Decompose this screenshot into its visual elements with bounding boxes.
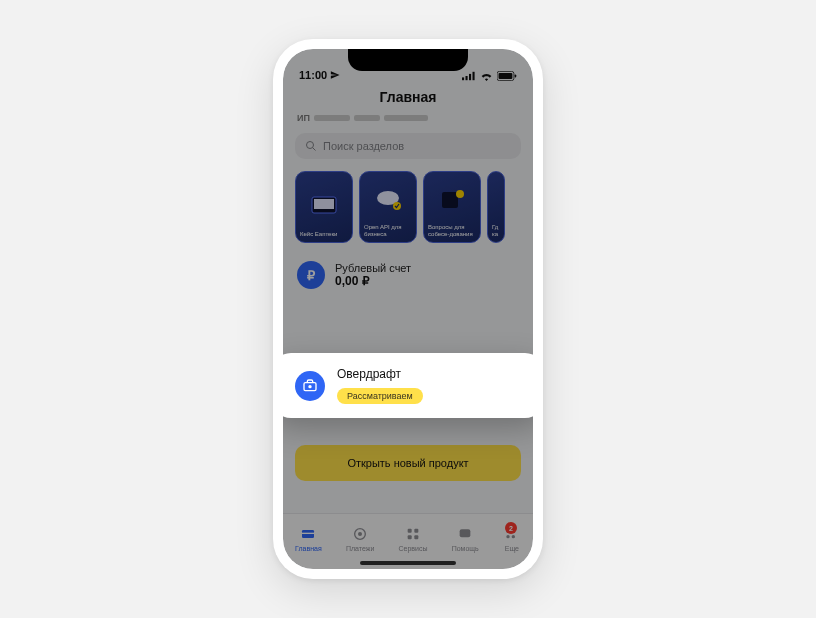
search-placeholder: Поиск разделов — [323, 140, 404, 152]
location-icon — [330, 70, 340, 80]
tab-label: Сервисы — [398, 545, 427, 552]
account-name: Рублевый счет — [335, 262, 411, 274]
svg-point-7 — [307, 142, 314, 149]
page-title: Главная — [283, 83, 533, 113]
merchant-line: ИП — [283, 113, 533, 133]
story-label: Вопросы для собесе-дования — [428, 224, 476, 238]
cta-label: Открыть новый продукт — [347, 457, 468, 469]
svg-point-16 — [308, 385, 311, 388]
ruble-icon: ₽ — [297, 261, 325, 289]
svg-line-8 — [313, 148, 316, 151]
story-card[interactable]: Гд ка — [487, 171, 505, 243]
tab-label: Еще — [505, 545, 519, 552]
svg-rect-21 — [408, 529, 412, 533]
tab-services[interactable]: Сервисы — [398, 525, 427, 552]
tab-label: Главная — [295, 545, 322, 552]
overdraft-title: Овердрафт — [337, 367, 423, 381]
tab-more[interactable]: 2 Еще — [503, 525, 521, 552]
services-icon — [404, 525, 422, 543]
overdraft-card[interactable]: Овердрафт Рассматриваем — [283, 353, 533, 418]
open-product-button[interactable]: Открыть новый продукт — [295, 445, 521, 481]
svg-rect-5 — [499, 73, 513, 79]
svg-rect-22 — [414, 529, 418, 533]
status-time: 11:00 — [299, 69, 327, 81]
svg-rect-13 — [442, 192, 458, 208]
svg-rect-6 — [515, 74, 517, 77]
svg-point-20 — [358, 532, 362, 536]
notch — [348, 49, 468, 71]
screen: 11:00 Главная ИП Поиск разделов — [283, 49, 533, 569]
tab-home[interactable]: Главная — [295, 525, 322, 552]
status-badge: Рассматриваем — [337, 388, 423, 404]
phone-frame: 11:00 Главная ИП Поиск разделов — [273, 39, 543, 579]
tab-label: Помощь — [452, 545, 479, 552]
wifi-icon — [480, 71, 493, 81]
stories-row[interactable]: Кейс Еаптеки Open API для бизнеса Вопрос… — [283, 159, 533, 247]
account-row[interactable]: ₽ Рублевый счет 0,00 ₽ — [283, 247, 533, 303]
help-icon — [456, 525, 474, 543]
svg-rect-18 — [302, 533, 314, 534]
tab-help[interactable]: Помощь — [452, 525, 479, 552]
svg-rect-10 — [314, 199, 334, 209]
tab-payments[interactable]: Платежи — [346, 525, 374, 552]
svg-rect-0 — [462, 77, 464, 80]
story-card[interactable]: Кейс Еаптеки — [295, 171, 353, 243]
home-icon — [299, 525, 317, 543]
svg-rect-24 — [414, 535, 418, 539]
svg-rect-2 — [469, 74, 471, 80]
search-input[interactable]: Поиск разделов — [295, 133, 521, 159]
svg-rect-23 — [408, 535, 412, 539]
skeleton-bar — [314, 115, 350, 121]
battery-icon — [497, 71, 517, 81]
story-card[interactable]: Open API для бизнеса — [359, 171, 417, 243]
svg-point-29 — [512, 535, 515, 538]
skeleton-bar — [354, 115, 380, 121]
svg-rect-3 — [473, 72, 475, 80]
notification-badge: 2 — [505, 522, 517, 534]
skeleton-bar — [384, 115, 428, 121]
merchant-prefix: ИП — [297, 113, 310, 123]
svg-rect-25 — [460, 529, 471, 537]
svg-rect-1 — [466, 76, 468, 80]
signal-icon — [462, 71, 476, 81]
story-art — [428, 176, 476, 224]
account-balance: 0,00 ₽ — [335, 274, 411, 288]
tab-label: Платежи — [346, 545, 374, 552]
home-indicator — [360, 561, 456, 565]
story-label: Кейс Еаптеки — [300, 231, 348, 238]
svg-point-14 — [456, 190, 464, 198]
svg-point-28 — [506, 535, 509, 538]
search-icon — [305, 140, 317, 152]
story-label: Гд ка — [492, 224, 500, 238]
story-label: Open API для бизнеса — [364, 224, 412, 238]
payments-icon — [351, 525, 369, 543]
story-art — [364, 176, 412, 224]
story-card[interactable]: Вопросы для собесе-дования — [423, 171, 481, 243]
overdraft-icon — [295, 371, 325, 401]
story-art — [300, 176, 348, 231]
